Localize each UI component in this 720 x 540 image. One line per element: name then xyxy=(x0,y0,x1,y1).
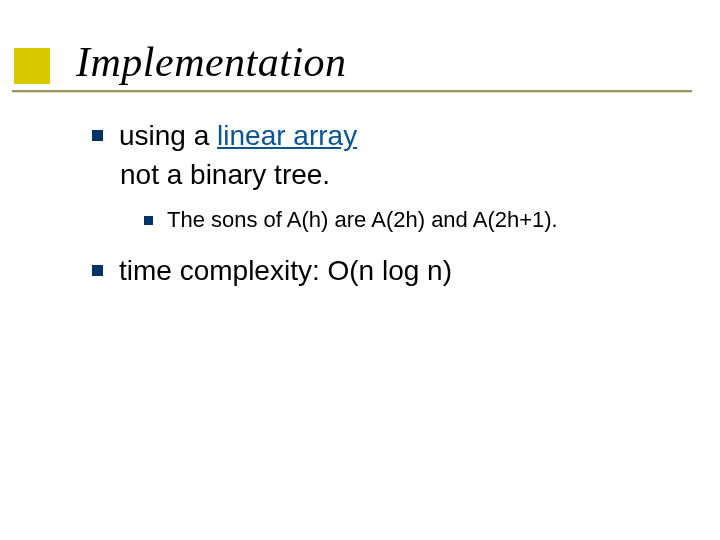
accent-block xyxy=(14,48,50,84)
bullet-1-sub-1: The sons of A(h) are A(2h) and A(2h+1). xyxy=(144,206,680,235)
square-bullet-icon xyxy=(144,216,153,225)
bullet-2: time complexity: O(n log n) xyxy=(92,253,680,288)
linear-array-link[interactable]: linear array xyxy=(217,120,357,151)
slide-body: using a linear array not a binary tree. … xyxy=(92,118,680,292)
bullet-2-text: time complexity: O(n log n) xyxy=(119,253,452,288)
bullet-1-sub-1-text: The sons of A(h) are A(2h) and A(2h+1). xyxy=(167,206,558,235)
slide-title: Implementation xyxy=(76,38,347,86)
slide: Implementation using a linear array not … xyxy=(0,0,720,540)
title-underline xyxy=(12,90,692,92)
square-bullet-icon xyxy=(92,265,103,276)
bullet-1-line1: using a linear array xyxy=(119,118,357,153)
square-bullet-icon xyxy=(92,130,103,141)
bullet-1-pretext: using a xyxy=(119,120,217,151)
bullet-1-line2: not a binary tree. xyxy=(120,157,680,192)
bullet-1: using a linear array xyxy=(92,118,680,153)
